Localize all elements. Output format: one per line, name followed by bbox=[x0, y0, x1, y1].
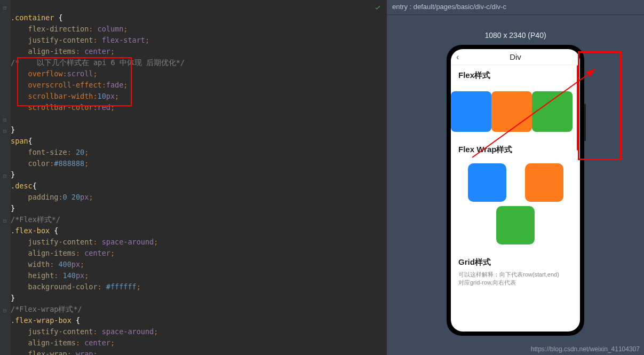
css-prop: padding bbox=[28, 193, 59, 201]
phone-frame: ‹ Div Flex样式 Flex Wrap样式 Grid样式 可以这样解释：向… bbox=[447, 45, 584, 336]
section-title-flex: Flex样式 bbox=[451, 65, 580, 84]
css-prop: flex-direction bbox=[28, 25, 89, 33]
code-editor-pane[interactable]: ⊟ ⊟ ⊟ ⊟ ⊟ ⊟ .container { flex-direction:… bbox=[0, 0, 387, 355]
css-prop: align-items bbox=[28, 338, 76, 347]
fold-toggle-icon[interactable]: ⊟ bbox=[3, 305, 6, 316]
css-val: column bbox=[98, 25, 124, 33]
device-dimensions-label: 1080 x 2340 (P40) bbox=[484, 31, 546, 40]
css-val: #ffffff bbox=[106, 282, 137, 291]
fold-gutter: ⊟ ⊟ ⊟ ⊟ ⊟ ⊟ bbox=[0, 0, 11, 355]
demo-square-blue bbox=[468, 163, 506, 202]
grid-description: 可以这样解释：向下代表row(start,end) 对应grid-row,向右代… bbox=[451, 271, 580, 293]
comment: /*Flex-wrap样式*/ bbox=[11, 305, 82, 313]
flex-wrap-demo bbox=[451, 158, 580, 252]
comment: /*Flex样式*/ bbox=[11, 215, 60, 224]
selector: .container bbox=[11, 13, 54, 22]
fold-toggle-icon[interactable]: ⊟ bbox=[3, 215, 6, 226]
css-val: flex-start bbox=[102, 36, 145, 44]
back-icon[interactable]: ‹ bbox=[456, 52, 459, 62]
section-title-flex-wrap: Flex Wrap样式 bbox=[451, 139, 580, 158]
css-val: space-around bbox=[102, 238, 154, 246]
entry-path-bar: entry : default/pages/basic/div-c/div-c bbox=[387, 0, 644, 15]
watermark-text: https://blog.csdn.net/weixin_41104307 bbox=[531, 345, 640, 353]
navbar-title: Div bbox=[510, 52, 521, 61]
demo-square-green bbox=[532, 91, 573, 132]
demo-square-orange bbox=[491, 91, 532, 132]
css-val: space-around bbox=[102, 327, 154, 336]
fold-toggle-icon[interactable]: ⊟ bbox=[3, 2, 6, 13]
fold-toggle-icon[interactable]: ⊟ bbox=[3, 170, 6, 182]
demo-square-green bbox=[496, 206, 535, 244]
phone-screen[interactable]: ‹ Div Flex样式 Flex Wrap样式 Grid样式 可以这样解释：向… bbox=[451, 49, 580, 332]
css-val: center bbox=[84, 47, 110, 56]
css-prop: scrollbar-color bbox=[28, 103, 93, 112]
fold-toggle-icon[interactable]: ⊟ bbox=[3, 114, 6, 125]
css-val: center bbox=[84, 338, 110, 347]
grid-desc-line: 对应grid-row,向右代表 bbox=[458, 279, 516, 286]
section-title-grid: Grid样式 bbox=[451, 252, 580, 271]
css-prop: align-items bbox=[28, 249, 76, 257]
css-prop: flex-wrap bbox=[28, 350, 67, 355]
css-val: center bbox=[84, 249, 110, 257]
demo-square-blue bbox=[451, 91, 491, 132]
css-prop: scrollbar-width bbox=[28, 92, 93, 100]
custom-scrollbar[interactable] bbox=[577, 65, 579, 151]
css-val: red bbox=[98, 103, 110, 112]
comment: /* 以下几个样式在 api 6 中体现 后期优化*/ bbox=[11, 58, 185, 67]
css-prop: overscroll-effect bbox=[28, 81, 102, 89]
css-val: scroll bbox=[67, 69, 93, 78]
grid-desc-line: 可以这样解释：向下代表row(start,end) bbox=[458, 271, 559, 278]
css-num: 10 bbox=[98, 92, 106, 100]
css-prop: overflow bbox=[28, 69, 63, 78]
previewer-pane: entry : default/pages/basic/div-c/div-c … bbox=[387, 0, 644, 355]
css-prop: width bbox=[28, 260, 50, 269]
css-val: fade bbox=[106, 81, 124, 89]
css-prop: justify-content bbox=[28, 238, 93, 246]
selector: span bbox=[11, 137, 28, 145]
css-num: 140 bbox=[63, 271, 76, 280]
css-val: wrap bbox=[76, 350, 93, 355]
css-prop: align-items bbox=[28, 47, 76, 56]
code-content[interactable]: .container { flex-direction: column; jus… bbox=[11, 1, 387, 355]
flex-box-demo bbox=[451, 84, 580, 139]
css-num: 20 bbox=[76, 148, 84, 156]
css-val: #888888 bbox=[54, 159, 84, 168]
selector: .flex-box bbox=[11, 226, 50, 235]
selector: .flex-wrap-box bbox=[11, 316, 71, 325]
selector: .desc bbox=[11, 182, 33, 190]
css-prop: font-size bbox=[28, 148, 67, 156]
css-prop: background-color bbox=[28, 282, 98, 291]
css-num: 400 bbox=[58, 260, 71, 269]
phone-side-button bbox=[584, 104, 586, 141]
css-prop: justify-content bbox=[28, 36, 93, 44]
app-navbar: ‹ Div bbox=[451, 49, 580, 65]
demo-square-orange bbox=[525, 163, 563, 202]
css-prop: color bbox=[28, 159, 50, 168]
css-prop: justify-content bbox=[28, 327, 93, 336]
fold-toggle-icon[interactable]: ⊟ bbox=[3, 125, 6, 137]
css-prop: height bbox=[28, 271, 54, 280]
